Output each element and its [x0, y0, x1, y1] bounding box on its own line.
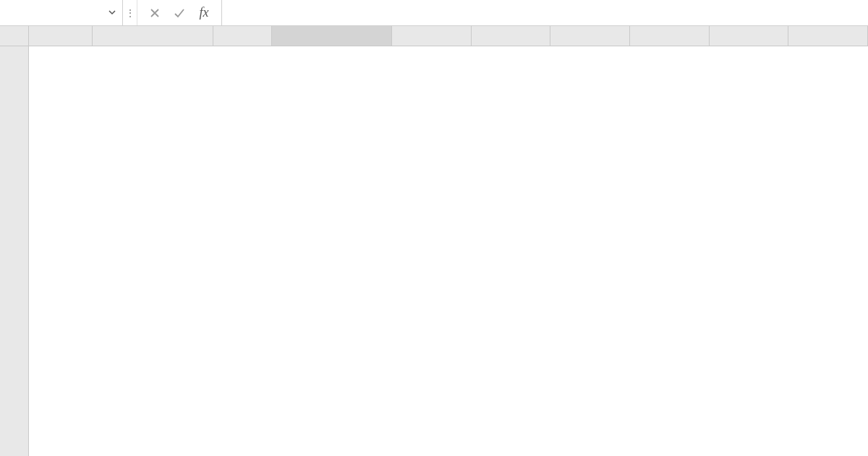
- formula-input[interactable]: [222, 0, 868, 25]
- formula-bar-buttons: fx: [137, 0, 222, 25]
- col-header-H[interactable]: [630, 26, 710, 46]
- worksheet-grid: [0, 26, 868, 456]
- cells-area[interactable]: [29, 46, 868, 456]
- col-header-D[interactable]: [272, 26, 392, 46]
- col-header-G[interactable]: [550, 26, 630, 46]
- name-box[interactable]: [0, 0, 123, 25]
- col-header-A[interactable]: [29, 26, 93, 46]
- col-header-E[interactable]: [392, 26, 472, 46]
- col-header-C[interactable]: [213, 26, 271, 46]
- enter-icon[interactable]: [171, 4, 188, 22]
- col-header-I[interactable]: [710, 26, 789, 46]
- chevron-down-icon[interactable]: [108, 7, 116, 19]
- cancel-icon[interactable]: [146, 4, 163, 22]
- column-headers: [29, 26, 868, 46]
- row-headers: [0, 46, 29, 456]
- formula-bar: ⋮ fx: [0, 0, 868, 26]
- divider-handle[interactable]: ⋮: [123, 0, 137, 25]
- col-header-B[interactable]: [93, 26, 213, 46]
- insert-function-icon[interactable]: fx: [195, 4, 213, 22]
- select-all-corner[interactable]: [0, 26, 29, 46]
- col-header-F[interactable]: [472, 26, 551, 46]
- col-header-J[interactable]: [788, 26, 868, 46]
